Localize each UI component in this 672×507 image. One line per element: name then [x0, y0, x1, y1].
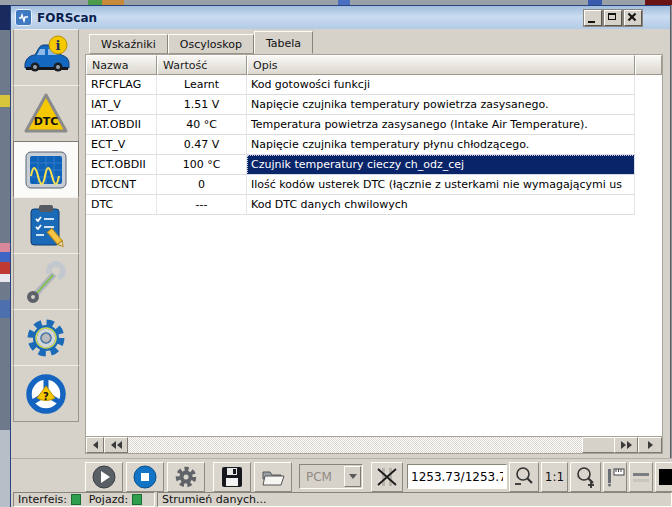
scroll-left-page-button[interactable]	[104, 437, 128, 453]
sidebar-item-vehicle-info[interactable]: i	[13, 29, 79, 86]
double-arrow-left-icon	[117, 441, 122, 449]
table-row[interactable]: IAT_V1.51 VNapięcie czujnika temperatury…	[86, 95, 662, 115]
cell-desc[interactable]: Kod DTC danych chwilowych	[247, 195, 635, 215]
cell-desc[interactable]: Napięcie czujnika temperatury powietrza …	[247, 95, 635, 115]
table-row[interactable]: ECT_V0.47 VNapięcie czujnika temperatury…	[86, 135, 662, 155]
window-title: FORScan	[37, 11, 97, 25]
scroll-right-button[interactable]	[638, 437, 662, 453]
tab-strip: Wskaźniki Oscyloskop Tabela	[89, 31, 313, 54]
cell-value[interactable]: 1.51 V	[157, 95, 247, 115]
stream-status-panel: Strumień danych...	[157, 492, 672, 507]
scroll-right-page-button[interactable]	[614, 437, 638, 453]
line-style-button[interactable]	[629, 462, 653, 492]
tab-wskazniki[interactable]: Wskaźniki	[89, 34, 168, 54]
tab-oscyloskop[interactable]: Oscyloskop	[168, 34, 254, 54]
ruler-icon	[605, 466, 625, 488]
open-button[interactable]	[254, 462, 292, 492]
clear-cross-icon	[375, 465, 399, 489]
table-header: Nazwa Wartość Opis	[86, 55, 662, 75]
horizontal-scrollbar[interactable]	[85, 436, 663, 454]
chevron-down-icon	[349, 474, 357, 479]
column-header-opis[interactable]: Opis	[247, 55, 635, 75]
cell-name[interactable]: ECT_V	[86, 135, 157, 155]
wrench-icon	[22, 258, 70, 306]
zoom-out-icon	[512, 465, 536, 489]
zoom-ratio-label: 1:1	[545, 470, 564, 484]
module-select[interactable]: PCM	[299, 464, 363, 489]
cell-desc[interactable]: Czujnik temperatury cieczy ch_odz_cej	[247, 155, 635, 175]
interface-status-indicator	[71, 494, 81, 505]
svg-text:?: ?	[43, 391, 49, 402]
cell-desc[interactable]: Napięcie czujnika temperatury płynu chło…	[247, 135, 635, 155]
cell-value[interactable]: 100 °C	[157, 155, 247, 175]
close-button[interactable]	[624, 10, 642, 26]
vehicle-label: Pojazd:	[89, 493, 128, 506]
zoom-reset-button[interactable]: 1:1	[541, 462, 568, 492]
zoom-in-icon	[574, 465, 598, 489]
minimize-button[interactable]	[584, 10, 602, 26]
play-button[interactable]	[85, 462, 123, 492]
column-header-wartosc[interactable]: Wartość	[157, 55, 247, 75]
sidebar-item-settings[interactable]	[13, 309, 79, 366]
column-header-nazwa[interactable]: Nazwa	[86, 55, 157, 75]
cell-value[interactable]: 40 °C	[157, 115, 247, 135]
cell-value[interactable]: Learnt	[157, 75, 247, 95]
table-row[interactable]: DTCCNT0Ilość kodów usterek DTC (łącznie …	[86, 175, 662, 195]
sidebar-item-tests[interactable]	[13, 197, 79, 254]
settings-gear-icon	[173, 464, 199, 490]
table-row[interactable]: DTC---Kod DTC danych chwilowych	[86, 195, 662, 215]
stream-status-text: Strumień danych...	[162, 493, 267, 506]
oscilloscope-icon	[22, 146, 70, 194]
vehicle-status-indicator	[132, 494, 142, 505]
cell-name[interactable]: IAT_V	[86, 95, 157, 115]
stop-button[interactable]	[126, 462, 164, 492]
column-header-filler	[635, 55, 662, 75]
table-row[interactable]: IAT.OBDII40 °CTemperatura powietrza zasy…	[86, 115, 662, 135]
zoom-out-button[interactable]	[509, 462, 539, 492]
sample-counter-field[interactable]	[407, 464, 507, 489]
forscan-window: FORScan i	[10, 5, 671, 507]
cell-value[interactable]: 0.47 V	[157, 135, 247, 155]
save-button[interactable]	[213, 462, 251, 492]
cell-desc[interactable]: Ilość kodów usterek DTC (łącznie z uster…	[247, 175, 635, 195]
zoom-in-button[interactable]	[570, 462, 601, 492]
play-icon	[91, 464, 117, 490]
maximize-icon	[608, 13, 616, 20]
maximize-button[interactable]	[604, 10, 622, 26]
cell-desc[interactable]: Kod gotowości funkcji	[247, 75, 635, 95]
open-folder-icon	[260, 464, 286, 490]
status-bar: Interfeis: Pojazd: Strumień danych...	[11, 492, 672, 507]
clear-graph-button[interactable]	[371, 462, 403, 492]
color-button[interactable]	[655, 462, 672, 492]
data-table: Nazwa Wartość Opis RFCFLAGLearntKod goto…	[85, 54, 663, 436]
combo-dropdown-button[interactable]	[344, 466, 361, 487]
sidebar-item-data-logging[interactable]	[13, 141, 79, 198]
table-body: RFCFLAGLearntKod gotowości funkcjiIAT_V1…	[86, 75, 662, 215]
sidebar: i DTC	[13, 30, 79, 422]
sidebar-item-service[interactable]	[13, 253, 79, 310]
svg-text:DTC: DTC	[34, 115, 59, 128]
table-row[interactable]: ECT.OBDII100 °CCzujnik temperatury ciecz…	[86, 155, 662, 175]
titlebar[interactable]: FORScan	[11, 6, 670, 29]
measure-button[interactable]	[603, 462, 627, 492]
options-button[interactable]	[167, 462, 205, 492]
cell-name[interactable]: DTCCNT	[86, 175, 157, 195]
table-row[interactable]: RFCFLAGLearntKod gotowości funkcji	[86, 75, 662, 95]
cell-value[interactable]: 0	[157, 175, 247, 195]
app-logo-icon	[15, 9, 32, 26]
cell-name[interactable]: DTC	[86, 195, 157, 215]
cell-name[interactable]: RFCFLAG	[86, 75, 157, 95]
cell-desc[interactable]: Temperatura powietrza zasysanego (Intake…	[247, 115, 635, 135]
scroll-left-button[interactable]	[86, 437, 104, 453]
cell-value[interactable]: ---	[157, 195, 247, 215]
cell-name[interactable]: ECT.OBDII	[86, 155, 157, 175]
minimize-icon	[588, 21, 595, 23]
sidebar-item-about[interactable]: ?	[13, 365, 79, 422]
tab-tabela[interactable]: Tabela	[254, 31, 313, 54]
save-floppy-icon	[219, 464, 245, 490]
sidebar-item-dtc[interactable]: DTC	[13, 85, 79, 142]
cell-name[interactable]: IAT.OBDII	[86, 115, 157, 135]
steering-wheel-help-icon: ?	[22, 370, 70, 418]
dtc-triangle-icon: DTC	[22, 90, 70, 138]
arrow-left-icon	[93, 441, 98, 449]
